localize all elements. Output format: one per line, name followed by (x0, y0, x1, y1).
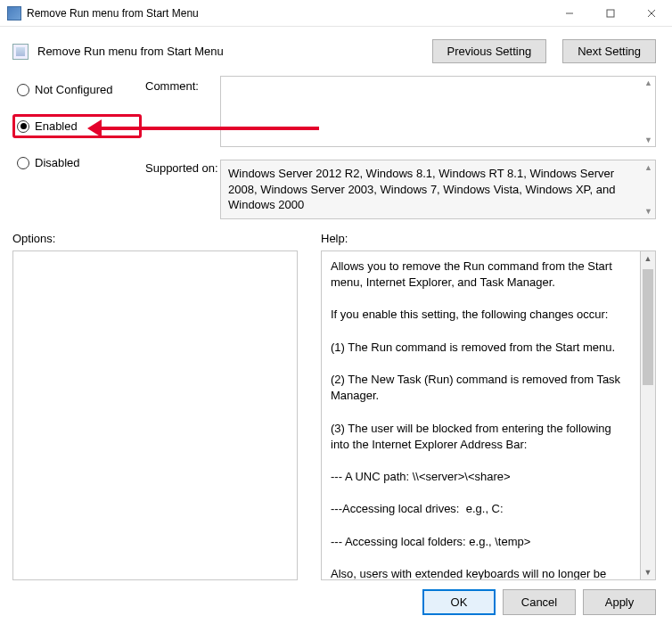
radio-icon (17, 84, 29, 96)
radio-disabled[interactable]: Disabled (12, 151, 142, 175)
scroll-thumb[interactable] (643, 269, 653, 385)
caret-down-icon: ▼ (644, 206, 652, 217)
ok-button[interactable]: OK (422, 589, 496, 615)
scroll-down-icon[interactable]: ▼ (641, 565, 655, 579)
app-icon (7, 6, 21, 21)
scroll-up-icon[interactable]: ▲ (641, 251, 655, 266)
radio-icon (17, 120, 29, 133)
caret-down-icon: ▼ (644, 135, 652, 144)
close-button[interactable] (631, 0, 672, 26)
help-text-box[interactable]: Allows you to remove the Run command fro… (321, 250, 641, 580)
policy-icon (12, 44, 29, 60)
caret-up-icon: ▲ (644, 78, 652, 87)
comment-field[interactable]: ▲ ▼ (220, 76, 656, 147)
policy-title: Remove Run menu from Start Menu (37, 45, 224, 58)
supported-on-text: Windows Server 2012 R2, Windows 8.1, Win… (228, 167, 616, 211)
dialog-footer: OK Cancel Apply (422, 589, 656, 615)
radio-label: Disabled (35, 156, 80, 169)
caret-up-icon: ▲ (644, 162, 652, 173)
options-box (12, 250, 298, 580)
window-title: Remove Run menu from Start Menu (27, 7, 199, 20)
header-row: Remove Run menu from Start Menu Previous… (0, 27, 672, 70)
next-setting-button[interactable]: Next Setting (562, 39, 656, 63)
supported-on-field: Windows Server 2012 R2, Windows 8.1, Win… (220, 160, 656, 219)
apply-button[interactable]: Apply (583, 589, 656, 615)
radio-icon (17, 157, 29, 169)
previous-setting-button[interactable]: Previous Setting (432, 39, 547, 63)
radio-enabled[interactable]: Enabled (12, 114, 142, 138)
title-bar: Remove Run menu from Start Menu (0, 0, 672, 27)
configuration-area: Not ConfiguredEnabledDisabled Comment: ▲… (0, 70, 672, 219)
help-label: Help: (321, 232, 656, 245)
radio-not-configured[interactable]: Not Configured (12, 78, 142, 102)
maximize-button[interactable] (590, 0, 631, 26)
radio-label: Not Configured (35, 83, 112, 96)
supported-on-label: Supported on: (145, 156, 217, 175)
radio-label: Enabled (35, 119, 78, 133)
options-label: Options: (12, 232, 298, 245)
svg-rect-1 (607, 10, 614, 17)
help-scrollbar[interactable]: ▲ ▼ (641, 250, 656, 580)
minimize-button[interactable] (549, 0, 590, 26)
comment-label: Comment: (145, 76, 217, 93)
cancel-button[interactable]: Cancel (503, 589, 576, 615)
